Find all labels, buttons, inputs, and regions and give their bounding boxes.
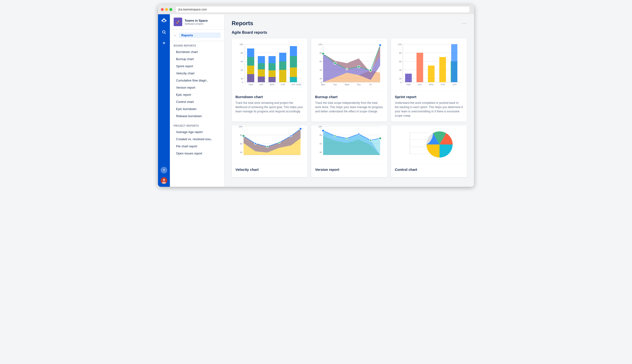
velocity-card-body: Velocity chart	[232, 164, 308, 177]
sidebar-item-epic-burndown[interactable]: Epic burndown	[174, 106, 220, 112]
svg-text:100: 100	[398, 43, 402, 46]
svg-point-129	[370, 139, 372, 141]
svg-text:40: 40	[240, 151, 242, 154]
svg-text:STA: STA	[291, 84, 295, 86]
svg-text:TYR: TYR	[280, 84, 285, 86]
sidebar-item-pie[interactable]: Pie chart report	[174, 143, 220, 150]
sidebar-item-version[interactable]: Version report	[174, 84, 220, 91]
svg-text:TGR: TGR	[406, 84, 411, 86]
project-reports-section: PROJECT REPORTS Average Age report Creat…	[170, 121, 224, 158]
svg-text:20: 20	[399, 78, 402, 80]
browser-controls	[161, 8, 172, 11]
close-dot[interactable]	[161, 8, 164, 11]
svg-text:100: 100	[318, 126, 322, 128]
svg-point-126	[334, 135, 336, 137]
svg-rect-88	[416, 53, 423, 82]
svg-text:40: 40	[320, 69, 322, 71]
jira-logo[interactable]	[160, 17, 168, 25]
search-icon[interactable]	[160, 28, 168, 36]
sidebar-item-burndown[interactable]: Burndown chart	[174, 48, 220, 55]
maximize-dot[interactable]	[170, 8, 172, 11]
burndown-card-body: Burndown chart Track the total work rema…	[232, 91, 308, 117]
svg-point-66	[358, 66, 360, 68]
nav-back: ← Reports	[170, 30, 224, 41]
main-content: Reports ··· Agile Board reports	[224, 14, 474, 187]
address-bar[interactable]: jira.teamsinspace.com	[176, 7, 469, 12]
board-reports-section: BOARD REPORTS Burndown chart Burnup char…	[170, 41, 224, 121]
project-type: Software project	[184, 22, 208, 25]
back-arrow-icon[interactable]: ←	[174, 34, 177, 37]
svg-point-113	[299, 128, 302, 130]
burnup-chart: 100 80 60 40 20 0	[311, 38, 387, 91]
sidebar-item-release[interactable]: Release burndown	[174, 112, 220, 120]
burnup-card[interactable]: 100 80 60 40 20 0	[311, 38, 387, 122]
svg-point-68	[379, 44, 381, 46]
sidebar-item-sprint[interactable]: Sprint report	[174, 63, 220, 70]
sidebar-item-average-age[interactable]: Average Age report	[174, 128, 220, 136]
sidebar-item-epic[interactable]: Epic report	[174, 91, 220, 98]
svg-text:🚀: 🚀	[176, 20, 180, 24]
svg-text:60: 60	[320, 142, 322, 145]
svg-point-125	[322, 130, 324, 132]
svg-point-5	[163, 179, 165, 181]
icon-sidebar: ?	[158, 14, 170, 187]
svg-rect-87	[405, 74, 412, 82]
version-title: Version report	[315, 168, 383, 172]
svg-point-63	[322, 52, 324, 55]
help-icon[interactable]: ?	[160, 167, 167, 174]
version-card-body: Version report	[311, 164, 387, 177]
svg-line-1	[165, 33, 165, 34]
svg-point-67	[370, 69, 372, 72]
svg-text:TGR: TGR	[248, 84, 253, 86]
svg-point-64	[334, 62, 336, 64]
svg-text:LNT: LNT	[418, 84, 422, 86]
sidebar-item-burnup[interactable]: Burnup chart	[174, 56, 220, 62]
velocity-card[interactable]: 100 80 60 40	[232, 126, 308, 177]
svg-text:80: 80	[320, 134, 322, 136]
svg-text:60: 60	[240, 142, 242, 145]
svg-text:Fri: Fri	[370, 84, 372, 86]
sidebar-item-velocity[interactable]: Velocity chart	[174, 70, 220, 77]
project-info: Teams in Space Software project	[184, 19, 208, 25]
svg-text:40: 40	[241, 69, 243, 71]
svg-text:60: 60	[399, 60, 402, 63]
svg-rect-90	[439, 57, 446, 82]
svg-point-130	[379, 137, 381, 140]
control-title: Control chart	[395, 168, 463, 172]
create-icon[interactable]	[160, 40, 168, 46]
more-options-button[interactable]: ···	[462, 21, 467, 26]
version-card[interactable]: 100 80 60 40	[311, 126, 387, 177]
svg-point-65	[346, 68, 348, 70]
svg-point-127	[346, 137, 348, 139]
svg-rect-33	[268, 77, 276, 82]
burnup-desc: Track the total scope independently from…	[315, 101, 383, 114]
sidebar-item-created-resolved[interactable]: Created vs. resolved issu..	[174, 136, 220, 142]
sprint-card[interactable]: 100 80 60 40 20 0	[391, 38, 467, 122]
svg-text:Wed: Wed	[345, 84, 349, 86]
sprint-card-body: Sprint report Understand the work comple…	[391, 91, 467, 122]
sprint-chart: 100 80 60 40 20 0	[391, 38, 467, 91]
svg-point-0	[162, 31, 165, 33]
velocity-chart: 100 80 60 40	[232, 126, 308, 164]
svg-point-110	[266, 146, 268, 148]
nav-back-label[interactable]: Reports	[179, 32, 220, 38]
minimize-dot[interactable]	[165, 8, 168, 11]
svg-rect-92	[451, 44, 457, 82]
sidebar-item-open-issues[interactable]: Open issues report	[174, 150, 220, 157]
svg-point-128	[358, 133, 360, 135]
svg-text:60: 60	[320, 60, 322, 63]
svg-text:0: 0	[400, 81, 402, 84]
sidebar-item-cumulative[interactable]: Cumulative flow diagri..	[174, 77, 220, 84]
control-card-body: Control chart	[391, 164, 467, 177]
board-reports-title: BOARD REPORTS	[174, 44, 220, 47]
burndown-card[interactable]: 100 80 60 40 20 0	[232, 38, 308, 122]
svg-point-112	[290, 135, 292, 137]
svg-text:20: 20	[320, 78, 322, 80]
page-title: Reports	[232, 20, 253, 26]
control-card[interactable]: Control chart	[391, 126, 467, 177]
user-avatar[interactable]	[160, 177, 167, 184]
burnup-card-body: Burnup chart Track the total scope indep…	[311, 91, 387, 117]
svg-text:Mon: Mon	[321, 84, 325, 86]
version-chart: 100 80 60 40	[311, 126, 387, 164]
sidebar-item-control[interactable]: Control chart	[174, 98, 220, 105]
